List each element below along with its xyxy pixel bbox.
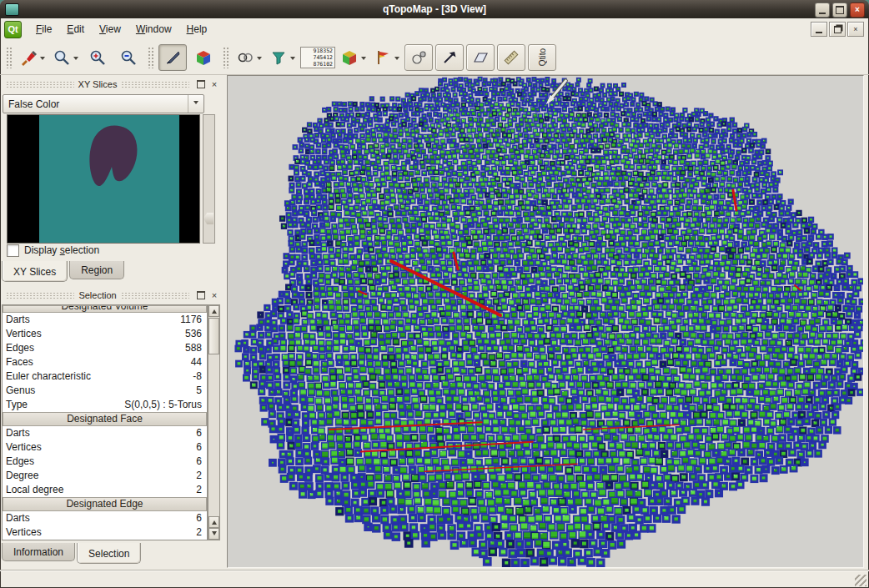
table-row: Vertices2: [3, 525, 207, 540]
dock-float-button[interactable]: [195, 289, 207, 301]
chevron-down-icon: [290, 57, 295, 63]
close-icon: ×: [853, 25, 857, 33]
dart-select-tool-button[interactable]: [158, 44, 187, 71]
section-header-edge: Designated Edge: [3, 497, 207, 511]
dock-grip: [121, 81, 189, 88]
dock-close-button[interactable]: ×: [208, 289, 220, 301]
ruler-icon: [502, 48, 520, 67]
table-row: TypeS(0,0,5) : 5-Torus: [3, 398, 207, 412]
zoom-menu-button[interactable]: [50, 44, 81, 71]
dock-close-button[interactable]: ×: [208, 78, 220, 90]
mdi-minimize-button[interactable]: [811, 22, 827, 37]
tab-selection[interactable]: Selection: [77, 543, 141, 564]
filter-menu-button[interactable]: [267, 44, 298, 71]
tab-region[interactable]: Region: [69, 261, 124, 279]
menu-file[interactable]: File: [28, 20, 59, 38]
mdi-system-menu-icon[interactable]: Qt: [4, 21, 22, 38]
window-controls: ×: [815, 3, 865, 18]
tab-xy-slices[interactable]: XY Slices: [2, 261, 68, 282]
volume-cube-menu-button[interactable]: [338, 44, 369, 71]
false-color-combobox[interactable]: False Color: [3, 94, 204, 113]
arrow-down-icon: [212, 531, 217, 538]
minimize-button[interactable]: [815, 3, 830, 18]
scroll-up-button[interactable]: [208, 305, 219, 317]
table-row: Degree2: [3, 469, 207, 483]
coordinate-z: 876102: [303, 61, 333, 68]
app-window: qTopoMap - [3D View] × Qt File Edit View…: [0, 0, 869, 588]
slider-thumb[interactable]: [203, 213, 213, 224]
statusbar: [0, 570, 869, 588]
rings-menu-button[interactable]: [234, 44, 264, 71]
combobox-arrow[interactable]: [188, 95, 203, 113]
section-header-face: Designated Face: [3, 412, 207, 426]
menu-help[interactable]: Help: [179, 20, 215, 38]
xy-slices-dock-titlebar[interactable]: XY Slices ×: [2, 78, 220, 91]
titlebar[interactable]: qTopoMap - [3D View] ×: [0, 0, 869, 18]
vertical-label-button[interactable]: Qtito: [528, 44, 556, 71]
chevron-down-icon: [193, 101, 198, 107]
zoom-out-button[interactable]: [114, 44, 143, 71]
chevron-down-icon: [73, 57, 78, 63]
paint-tool-icon: [19, 48, 38, 67]
toolbar-handle[interactable]: [223, 47, 229, 68]
zoom-in-button[interactable]: [83, 44, 112, 71]
xy-slices-dock-title: XY Slices: [78, 79, 118, 89]
magnifier-icon: [53, 48, 71, 67]
selection-dock-title: Selection: [78, 290, 116, 300]
table-row: Genus5: [3, 384, 207, 398]
menu-window[interactable]: Window: [128, 20, 179, 38]
chevron-down-icon: [257, 57, 262, 63]
marker-menu-button[interactable]: [371, 44, 402, 71]
coordinate-y: 745412: [303, 54, 333, 61]
dock-grip: [6, 81, 74, 88]
dart-tool-icon: [163, 48, 182, 67]
spheres-display-button[interactable]: [404, 44, 433, 71]
toolbar: 918352 745412 876102: [0, 40, 869, 75]
face-display-button[interactable]: [466, 44, 495, 71]
zoom-out-icon: [119, 48, 138, 67]
mdi-close-button[interactable]: ×: [847, 22, 864, 37]
dock-float-button[interactable]: [195, 78, 207, 90]
tab-information[interactable]: Information: [2, 543, 75, 561]
float-icon: [197, 80, 205, 88]
parallelogram-icon: [471, 48, 490, 67]
display-selection-checkbox[interactable]: [7, 244, 19, 257]
scroll-up-button-bottom[interactable]: [208, 516, 219, 528]
selection-table: Designated Volume Darts1176 Vertices536 …: [2, 304, 208, 540]
slice-image[interactable]: [7, 114, 200, 244]
menu-view[interactable]: View: [92, 20, 128, 38]
3d-render-canvas[interactable]: [228, 76, 863, 567]
paint-tool-button[interactable]: [17, 44, 48, 71]
selection-dock-titlebar[interactable]: Selection ×: [2, 289, 220, 302]
arrow-display-button[interactable]: [435, 44, 464, 71]
table-row: Edges6: [3, 455, 207, 469]
rgb-cube-button[interactable]: [189, 44, 218, 71]
menubar: Qt File Edit View Window Help ×: [0, 18, 869, 40]
coordinate-x: 918352: [303, 48, 333, 54]
toolbar-handle[interactable]: [148, 47, 153, 68]
rgb-cube-icon: [194, 48, 213, 67]
dock-grip: [121, 292, 189, 299]
close-button[interactable]: ×: [850, 3, 865, 18]
edge-display-button[interactable]: [497, 44, 525, 71]
toolbar-handle[interactable]: [6, 47, 12, 68]
menu-edit[interactable]: Edit: [59, 20, 92, 38]
chevron-down-icon: [361, 57, 366, 63]
scroll-thumb[interactable]: [208, 318, 219, 354]
rgb-cube-icon: [340, 48, 359, 67]
restore-icon: [834, 26, 841, 33]
table-row: Darts6: [3, 426, 207, 440]
table-row: Vertices536: [3, 327, 207, 341]
mdi-restore-button[interactable]: [829, 22, 846, 37]
zoom-in-icon: [88, 48, 107, 67]
spheres-icon: [409, 48, 428, 67]
resize-grip[interactable]: [855, 575, 866, 586]
slice-z-slider[interactable]: [203, 114, 215, 244]
scroll-down-button[interactable]: [208, 528, 219, 540]
viewport-3d: [227, 75, 864, 568]
selection-scrollbar[interactable]: [208, 304, 220, 540]
maximize-button[interactable]: [832, 3, 847, 18]
display-selection-row: Display selection: [7, 244, 99, 257]
minimize-icon: [816, 32, 822, 33]
close-icon: ×: [212, 290, 217, 300]
